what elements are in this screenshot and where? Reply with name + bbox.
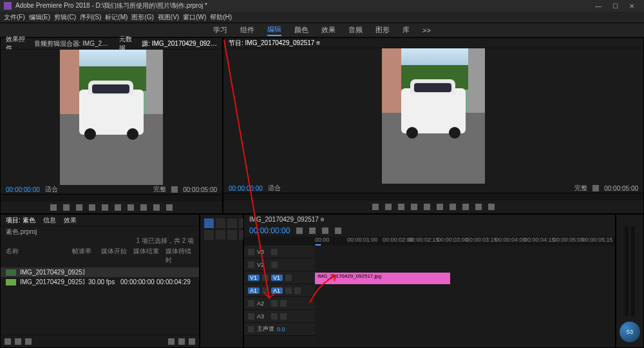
marker-icon[interactable]	[322, 227, 328, 234]
wrench-icon[interactable]	[171, 186, 178, 193]
program-zoom-label[interactable]: 完整	[574, 184, 587, 193]
tab-effects[interactable]: 效果	[64, 216, 77, 225]
extract-icon[interactable]	[475, 204, 482, 210]
col-dur[interactable]: 媒体持续时	[166, 247, 194, 265]
pen-tool-icon[interactable]	[216, 230, 225, 240]
settings-icon[interactable]	[335, 227, 341, 234]
track-a2[interactable]: A2	[244, 297, 315, 310]
track-master[interactable]: 主声道0.0	[244, 323, 315, 336]
lock-icon[interactable]	[248, 249, 254, 255]
solo-icon[interactable]	[280, 313, 287, 320]
lock-icon[interactable]	[262, 275, 269, 281]
menu-help[interactable]: 帮助(H)	[210, 13, 232, 22]
tab-program[interactable]: 节目: IMG_20170429_092517 ≡	[229, 39, 320, 48]
new-bin-icon[interactable]	[168, 338, 175, 345]
mark-out-icon[interactable]	[385, 204, 392, 210]
project-item[interactable]: IMG_20170429_092517 30.00 fps 00:00:00:0…	[1, 277, 199, 287]
play-icon[interactable]	[424, 204, 430, 210]
mark-in-icon[interactable]	[372, 204, 379, 210]
col-start[interactable]: 媒体开始	[101, 247, 129, 265]
workspace-graphics[interactable]: 图形	[375, 25, 390, 35]
trash-icon[interactable]	[189, 338, 195, 345]
icon-view-icon[interactable]	[15, 338, 21, 345]
timeline-clip-v1[interactable]: IMG_20170429_092517.jpg	[315, 273, 450, 284]
project-item[interactable]: IMG_20170429_092517	[1, 267, 199, 277]
window-maximize-button[interactable]: ☐	[607, 3, 623, 10]
play-icon[interactable]	[102, 204, 108, 211]
audio-gain-knob[interactable]: 53	[620, 322, 640, 342]
insert-icon[interactable]	[140, 204, 147, 211]
step-back-icon[interactable]	[89, 204, 95, 211]
program-fit-label[interactable]: 适合	[268, 184, 281, 193]
solo-icon[interactable]	[294, 287, 301, 294]
workspace-audio[interactable]: 音频	[348, 25, 363, 35]
workspace-learning[interactable]: 学习	[213, 25, 227, 35]
eye-icon[interactable]	[285, 275, 292, 281]
tab-info[interactable]: 信息	[43, 216, 56, 225]
workspace-color[interactable]: 颜色	[294, 25, 308, 35]
mark-in-icon[interactable]	[50, 204, 57, 211]
workspace-overflow[interactable]: >>	[422, 26, 431, 34]
project-list[interactable]: IMG_20170429_092517 IMG_20170429_092517 …	[1, 266, 199, 334]
timeline-tab[interactable]: IMG_20170429_092517 ≡	[244, 215, 615, 225]
window-close-button[interactable]: ✕	[623, 3, 640, 10]
track-body[interactable]: IMG_20170429_092517.jpg	[315, 246, 615, 347]
eye-icon[interactable]	[271, 262, 278, 268]
track-a1[interactable]: A1A1	[244, 284, 315, 297]
col-end[interactable]: 媒体结束	[133, 247, 162, 265]
workspace-editing[interactable]: 编辑	[267, 24, 281, 36]
menu-sequence[interactable]: 序列(S)	[80, 13, 101, 22]
menu-window[interactable]: 窗口(W)	[183, 13, 206, 22]
source-tc-left[interactable]: 00:00:00:00	[6, 186, 40, 193]
eye-icon[interactable]	[271, 249, 278, 255]
source-ruler[interactable]	[1, 194, 222, 202]
menu-graphics[interactable]: 图形(G)	[131, 13, 153, 22]
list-view-icon[interactable]	[5, 338, 11, 345]
col-name[interactable]: 名称	[6, 247, 68, 265]
track-a3[interactable]: A3	[244, 310, 315, 323]
track-v1[interactable]: V1V1	[244, 271, 315, 284]
tab-project[interactable]: 项目: 素色	[6, 216, 35, 225]
track-v3[interactable]: V3	[244, 246, 315, 258]
linked-selection-icon[interactable]	[309, 227, 316, 234]
solo-icon[interactable]	[280, 300, 287, 307]
ripple-tool-icon[interactable]	[227, 218, 237, 228]
window-minimize-button[interactable]: —	[590, 3, 607, 10]
col-rate[interactable]: 帧速率	[72, 247, 97, 265]
track-v2[interactable]: V2	[244, 258, 315, 271]
timeline-tc[interactable]: 00:00:00:00	[249, 226, 290, 235]
menu-clip[interactable]: 剪辑(C)	[54, 13, 76, 22]
mark-out-icon[interactable]	[63, 204, 70, 211]
step-forward-icon[interactable]	[115, 204, 121, 211]
menu-file[interactable]: 文件(F)	[4, 13, 25, 22]
workspace-library[interactable]: 库	[402, 25, 410, 35]
menu-edit[interactable]: 编辑(E)	[29, 13, 50, 22]
program-tc-left[interactable]: 00:00:00:00	[229, 185, 263, 192]
source-zoom-label[interactable]: 完整	[153, 185, 166, 194]
lock-icon[interactable]	[248, 326, 254, 333]
menu-marker[interactable]: 标记(M)	[105, 13, 128, 22]
go-to-out-icon[interactable]	[450, 204, 456, 210]
lock-icon[interactable]	[248, 300, 254, 307]
go-to-out-icon[interactable]	[128, 204, 134, 211]
export-frame-icon[interactable]	[488, 204, 495, 210]
selection-tool-icon[interactable]	[204, 218, 214, 228]
timeline-ruler[interactable]: 00:00 00:00:01:00 00:00:02:00 00:00:02:1…	[244, 237, 615, 246]
workspace-effects[interactable]: 效果	[321, 25, 336, 35]
tab-source[interactable]: 源: IMG_20170429_092517.jpg ≡	[142, 39, 217, 48]
lock-icon[interactable]	[248, 313, 254, 320]
lock-icon[interactable]	[262, 287, 269, 294]
slip-tool-icon[interactable]	[204, 230, 214, 240]
source-viewer[interactable]	[1, 50, 222, 185]
lift-icon[interactable]	[462, 204, 469, 210]
snap-icon[interactable]	[296, 227, 303, 234]
lock-icon[interactable]	[248, 262, 254, 268]
export-frame-icon[interactable]	[166, 204, 173, 211]
freeform-view-icon[interactable]	[25, 338, 32, 345]
overwrite-icon[interactable]	[153, 204, 160, 211]
go-to-in-icon[interactable]	[398, 204, 404, 210]
mute-icon[interactable]	[271, 313, 278, 320]
hand-tool-icon[interactable]	[227, 230, 237, 240]
source-fit-label[interactable]: 适合	[45, 185, 58, 194]
go-to-in-icon[interactable]	[76, 204, 82, 211]
